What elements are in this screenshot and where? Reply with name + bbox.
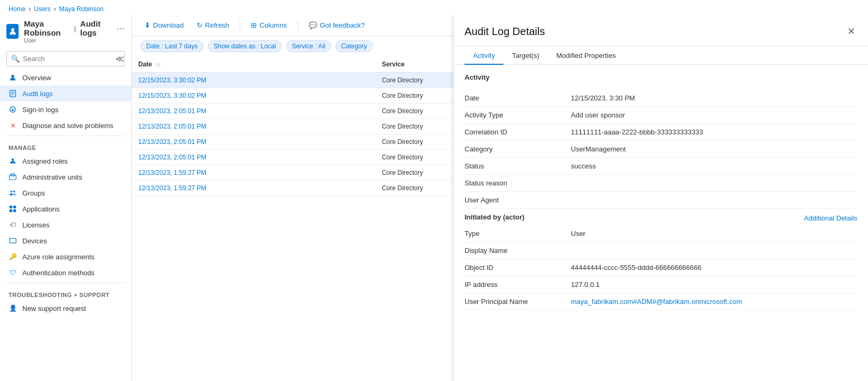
sidebar-item-auditlogs[interactable]: Audit logs bbox=[0, 86, 131, 101]
main-content: ⬇ Download ↻ Refresh ⊞ Columns 💬 Got fee… bbox=[132, 15, 868, 381]
breadcrumb-user[interactable]: Maya Robinson bbox=[59, 5, 103, 13]
sidebar-item-label: Assigned roles bbox=[22, 157, 68, 165]
cell-date: 12/13/2023, 1:59:27 PM bbox=[132, 181, 375, 196]
svg-point-11 bbox=[13, 191, 15, 193]
svg-point-7 bbox=[12, 158, 14, 160]
download-button[interactable]: ⬇ Download bbox=[140, 19, 188, 31]
sidebar-title: Maya Robinson | Audit logs ··· bbox=[24, 19, 125, 37]
cell-date: 12/15/2023, 3:30:02 PM bbox=[132, 88, 375, 104]
user-icon bbox=[6, 24, 19, 39]
panel-header: Audit Log Details ✕ bbox=[454, 15, 868, 46]
download-icon: ⬇ bbox=[145, 21, 150, 29]
detail-row-ip-address: IP address 127.0.0.1 bbox=[465, 276, 857, 293]
sidebar-item-groups[interactable]: Groups bbox=[0, 185, 131, 201]
signin-icon bbox=[9, 105, 17, 114]
sidebar-item-label: Authentication methods bbox=[22, 269, 95, 277]
search-icon: 🔍 bbox=[11, 55, 20, 63]
refresh-button[interactable]: ↻ Refresh bbox=[192, 19, 234, 31]
feedback-button[interactable]: 💬 Got feedback? bbox=[305, 19, 369, 31]
sidebar-item-devices[interactable]: Devices bbox=[0, 233, 131, 249]
detail-row-object-id: Object ID 44444444-cccc-5555-dddd-666666… bbox=[465, 259, 857, 276]
sidebar-item-authmethods[interactable]: 🛡 Authentication methods bbox=[0, 265, 131, 281]
refresh-icon: ↻ bbox=[197, 21, 203, 29]
more-options-button[interactable]: ··· bbox=[117, 23, 125, 34]
apps-icon bbox=[9, 205, 17, 213]
cell-date: 12/13/2023, 2:05:01 PM bbox=[132, 104, 375, 119]
panel-body: Activity Date 12/15/2023, 3:30 PM Activi… bbox=[454, 65, 868, 381]
additional-details-link[interactable]: Additional Details bbox=[804, 214, 857, 222]
sidebar-item-label: Sign-in logs bbox=[22, 106, 58, 114]
svg-rect-15 bbox=[13, 209, 16, 212]
azure-icon: 🔑 bbox=[9, 252, 17, 261]
actor-section-title: Initiated by (actor) bbox=[465, 213, 525, 223]
admin-icon bbox=[9, 173, 17, 181]
svg-point-0 bbox=[11, 28, 14, 31]
breadcrumb-users[interactable]: Users bbox=[34, 5, 50, 13]
troubleshooting-label: Troubleshooting + Support bbox=[0, 285, 131, 300]
breadcrumb: Home › Users › Maya Robinson bbox=[0, 0, 868, 15]
tab-modified-properties[interactable]: Modified Properties bbox=[547, 46, 624, 65]
cell-date: 12/13/2023, 2:05:01 PM bbox=[132, 134, 375, 150]
sidebar-item-label: Overview bbox=[22, 74, 51, 82]
sidebar-subtitle: User bbox=[24, 37, 125, 44]
sidebar-item-label: Groups bbox=[22, 189, 45, 197]
filter-service[interactable]: Service : All bbox=[286, 40, 331, 52]
svg-rect-13 bbox=[13, 206, 16, 208]
sidebar-item-label: Azure role assignments bbox=[22, 253, 95, 261]
auditlog-icon bbox=[9, 89, 17, 98]
divider-2 bbox=[6, 283, 125, 283]
detail-row-type: Type User bbox=[465, 225, 857, 242]
sidebar-item-applications[interactable]: Applications bbox=[0, 201, 131, 217]
sidebar-item-newsupport[interactable]: 👤 New support request bbox=[0, 300, 131, 316]
panel-section-title: Activity bbox=[465, 73, 857, 83]
columns-button[interactable]: ⊞ Columns bbox=[247, 19, 291, 31]
feedback-icon: 💬 bbox=[309, 21, 317, 29]
sidebar-item-label: Licenses bbox=[22, 221, 49, 229]
collapse-button[interactable]: ≪ bbox=[115, 54, 124, 64]
sidebar-item-adminunits[interactable]: Administrative units bbox=[0, 169, 131, 185]
detail-row-activity-type: Activity Type Add user sponsor bbox=[465, 107, 857, 124]
detail-row-status: Status success bbox=[465, 158, 857, 175]
tab-targets[interactable]: Target(s) bbox=[503, 46, 547, 65]
sidebar-item-assignedroles[interactable]: Assigned roles bbox=[0, 153, 131, 169]
sidebar-item-licenses[interactable]: 🏷 Licenses bbox=[0, 217, 131, 233]
svg-rect-16 bbox=[10, 239, 16, 243]
group-icon bbox=[9, 189, 17, 197]
detail-row-date: Date 12/15/2023, 3:30 PM bbox=[465, 90, 857, 107]
sidebar-item-diagnose[interactable]: ✕ Diagnose and solve problems bbox=[0, 117, 131, 133]
panel-title: Audit Log Details bbox=[465, 26, 545, 38]
sort-icon: ↑↓ bbox=[156, 62, 161, 67]
sidebar-item-azurerole[interactable]: 🔑 Azure role assignments bbox=[0, 249, 131, 265]
columns-icon: ⊞ bbox=[251, 21, 257, 29]
sidebar-item-label: New support request bbox=[22, 304, 86, 312]
sidebar-item-signinlogs[interactable]: Sign-in logs bbox=[0, 101, 131, 117]
device-icon bbox=[9, 236, 17, 245]
cell-date: 12/13/2023, 1:59:27 PM bbox=[132, 165, 375, 181]
detail-row-user-agent: User Agent bbox=[465, 192, 857, 209]
close-panel-button[interactable]: ✕ bbox=[845, 23, 857, 39]
sidebar: Maya Robinson | Audit logs ··· User 🔍 ≪ … bbox=[0, 15, 132, 381]
cell-date: 12/15/2023, 3:30:02 PM bbox=[132, 73, 375, 88]
col-date[interactable]: Date ↑↓ bbox=[132, 56, 375, 73]
breadcrumb-home[interactable]: Home bbox=[9, 5, 26, 13]
svg-point-1 bbox=[11, 75, 14, 78]
manage-label: Manage bbox=[0, 138, 131, 153]
sidebar-item-label: Audit logs bbox=[22, 90, 53, 98]
filter-dates-as[interactable]: Show dates as : Local bbox=[208, 40, 282, 52]
detail-row-status-reason: Status reason bbox=[465, 175, 857, 192]
detail-row-upn: User Principal Name maya_fabrikam.com#AD… bbox=[465, 293, 857, 310]
search-box[interactable]: 🔍 ≪ bbox=[6, 51, 125, 66]
svg-rect-14 bbox=[10, 209, 12, 212]
detail-row-correlation-id: Correlation ID 11111111-aaaa-2222-bbbb-3… bbox=[465, 124, 857, 141]
filter-category[interactable]: Category bbox=[335, 40, 373, 52]
cell-date: 12/13/2023, 2:05:01 PM bbox=[132, 119, 375, 134]
sidebar-item-label: Administrative units bbox=[22, 173, 82, 181]
license-icon: 🏷 bbox=[9, 221, 17, 229]
auth-icon: 🛡 bbox=[9, 268, 17, 277]
sidebar-item-overview[interactable]: Overview bbox=[0, 70, 131, 86]
filter-date[interactable]: Date : Last 7 days bbox=[140, 40, 204, 52]
actor-section-header: Initiated by (actor) Additional Details bbox=[465, 213, 857, 223]
search-input[interactable] bbox=[23, 55, 112, 63]
tab-activity[interactable]: Activity bbox=[465, 46, 503, 65]
toolbar-separator bbox=[240, 20, 240, 31]
